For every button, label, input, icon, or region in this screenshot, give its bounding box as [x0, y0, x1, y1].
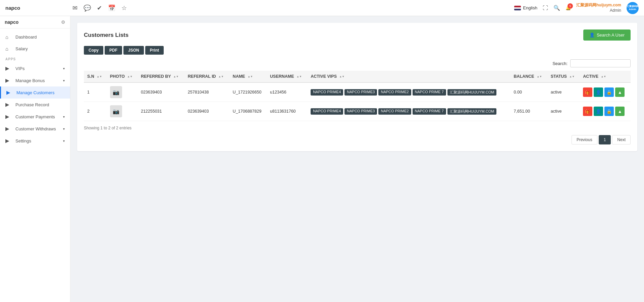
- sidebar-item-dashboard[interactable]: ⌂ Dashboard: [0, 31, 70, 43]
- lock-button[interactable]: 🔒: [604, 87, 614, 97]
- mail-icon[interactable]: ✉: [72, 4, 77, 12]
- sidebar-settings-icon[interactable]: ⚙: [61, 19, 65, 25]
- chevron-down-icon: ▾: [63, 139, 65, 143]
- vip-tag: NAPCO PRIME 7: [413, 89, 446, 96]
- triangle-button[interactable]: ▲: [615, 87, 625, 97]
- sidebar-item-label: VIPs: [15, 66, 24, 71]
- gift-button[interactable]: 🎁: [583, 87, 592, 97]
- sidebar-item-vips[interactable]: ▶ VIPs ▾: [0, 62, 70, 74]
- chevron-down-icon: ▾: [63, 127, 65, 131]
- sidebar-brand-row: napco ⚙: [0, 16, 70, 28]
- check-icon[interactable]: ✔: [97, 4, 102, 12]
- col-username: USERNAME ▲▼: [267, 71, 307, 82]
- user-button[interactable]: 👤: [594, 87, 603, 97]
- sidebar-item-label: Salary: [15, 46, 28, 51]
- col-name: NAME ▲▼: [229, 71, 267, 82]
- page-1-button[interactable]: 1: [599, 135, 611, 144]
- sidebar-item-manage-customers[interactable]: ▶ Manage Customers: [0, 86, 70, 99]
- vip-tag: 汇聚源码网HUIJUYM.COM: [447, 108, 497, 115]
- notification-bell[interactable]: 🔔 5: [566, 5, 571, 10]
- calendar-icon[interactable]: 📅: [108, 4, 115, 12]
- sidebar-item-label: Settings: [15, 138, 31, 143]
- vip-tag: NAPCO PRIME 7: [413, 108, 446, 115]
- vip-tag: 汇聚源码网HUIJUYM.COM: [447, 89, 497, 96]
- sidebar-item-salary[interactable]: ⌂ Salary: [0, 43, 70, 55]
- star-icon[interactable]: ☆: [121, 4, 127, 12]
- cell-referral-id: 257810438: [184, 82, 229, 102]
- vip-tag: NAPCO PRIME4: [311, 89, 343, 96]
- sidebar-item-manage-bonus[interactable]: ▶ Manage Bonus ▾: [0, 74, 70, 86]
- col-referral-id: REFERRAL ID ▲▼: [184, 71, 229, 82]
- json-button[interactable]: JSON: [123, 46, 144, 55]
- cell-balance: 0.00: [511, 82, 547, 102]
- cell-balance: 7,651.00: [511, 102, 547, 121]
- top-nav-right: English ⛶ 🔍 🔔 5 汇聚源码网huijuym.com Admin 汇…: [514, 2, 639, 14]
- sort-arrows[interactable]: ▲▼: [569, 75, 575, 78]
- top-nav-icon-group: ✉ 💬 ✔ 📅 ☆: [72, 4, 514, 12]
- col-balance: BALANCE ▲▼: [511, 71, 547, 82]
- sort-arrows[interactable]: ▲▼: [218, 75, 224, 78]
- sidebar-brand: napco: [5, 19, 18, 25]
- sidebar-section-apps: APPS: [0, 55, 70, 62]
- triangle-button[interactable]: ▲: [615, 107, 625, 116]
- sidebar-item-label: Customer Withdraws: [15, 126, 56, 131]
- arrow-icon: ▶: [5, 77, 12, 83]
- pdf-button[interactable]: PDF: [105, 46, 122, 55]
- brand-text: napco: [5, 5, 20, 11]
- brand-logo: napco: [5, 5, 72, 11]
- arrow-icon: ▶: [5, 114, 12, 120]
- copy-button[interactable]: Copy: [84, 46, 103, 55]
- sort-arrows[interactable]: ▲▼: [97, 75, 102, 78]
- previous-button[interactable]: Previous: [572, 135, 597, 144]
- cell-actions: 🎁 👤 🔒 ▲: [580, 102, 631, 121]
- cell-photo: 📷: [107, 102, 138, 121]
- table-body: 1 📷 023639403 257810438 U_1721926650 u12…: [84, 82, 631, 121]
- sort-arrows[interactable]: ▲▼: [173, 75, 179, 78]
- sort-arrows[interactable]: ▲▼: [601, 75, 606, 78]
- cell-referred-by: 212255031: [138, 102, 184, 121]
- cell-vips: NAPCO PRIME4NAPCO PRIME3NAPCO PRIME2NAPC…: [307, 102, 510, 121]
- sort-arrows[interactable]: ▲▼: [127, 75, 132, 78]
- sort-arrows[interactable]: ▲▼: [248, 75, 253, 78]
- sidebar-item-customer-payments[interactable]: ▶ Customer Payments ▾: [0, 111, 70, 123]
- search-label: Search:: [552, 61, 568, 66]
- avatar[interactable]: 汇聚源码网Admin: [627, 2, 639, 14]
- cell-actions: 🎁 👤 🔒 ▲: [580, 82, 631, 102]
- next-button[interactable]: Next: [612, 135, 631, 144]
- sidebar-item-purchase-record[interactable]: ▶ Purchase Record: [0, 99, 70, 111]
- cell-name: U_1721926650: [229, 82, 267, 102]
- chat-icon[interactable]: 💬: [84, 4, 91, 12]
- sort-arrows[interactable]: ▲▼: [339, 75, 344, 78]
- cell-username: u8113631760: [267, 102, 307, 121]
- col-active-vips: ACTIVE VIPS ▲▼: [307, 71, 510, 82]
- sort-arrows[interactable]: ▲▼: [537, 75, 542, 78]
- fullscreen-icon[interactable]: ⛶: [543, 5, 548, 11]
- entries-info: Showing 1 to 2 of 2 entries: [84, 126, 631, 130]
- col-status: STATUS ▲▼: [547, 71, 580, 82]
- vip-tag: NAPCO PRIME3: [344, 89, 377, 96]
- page-title: Customers Lists: [84, 32, 128, 39]
- language-selector[interactable]: English: [514, 5, 537, 10]
- pagination: Previous 1 Next: [84, 135, 631, 144]
- toolbar: Copy PDF JSON Print: [84, 46, 631, 55]
- lock-button[interactable]: 🔒: [604, 107, 614, 116]
- sort-arrows[interactable]: ▲▼: [297, 75, 302, 78]
- user-button[interactable]: 👤: [594, 107, 603, 116]
- sidebar-item-customer-withdraws[interactable]: ▶ Customer Withdraws ▾: [0, 123, 70, 135]
- vip-tag: NAPCO PRIME2: [378, 108, 411, 115]
- print-button[interactable]: Print: [145, 46, 164, 55]
- arrow-icon: ▶: [5, 138, 12, 144]
- sidebar-item-settings[interactable]: ▶ Settings ▾: [0, 135, 70, 147]
- search-input[interactable]: [570, 59, 631, 67]
- cell-vips: NAPCO PRIME4NAPCO PRIME3NAPCO PRIME2NAPC…: [307, 82, 510, 102]
- cell-sn: 2: [84, 102, 107, 121]
- cell-status: active: [547, 102, 580, 121]
- gift-button[interactable]: 🎁: [583, 107, 592, 116]
- search-icon[interactable]: 🔍: [553, 5, 560, 11]
- sidebar-item-label: Customer Payments: [15, 114, 55, 119]
- language-label: English: [523, 5, 537, 10]
- search-user-button[interactable]: 👤 Search A User: [583, 29, 631, 41]
- customers-table: S.N ▲▼ PHOTO ▲▼ REFERRED BY ▲▼ REFERRAL …: [84, 71, 631, 121]
- home-icon: ⌂: [5, 46, 12, 52]
- cell-username: u123456: [267, 82, 307, 102]
